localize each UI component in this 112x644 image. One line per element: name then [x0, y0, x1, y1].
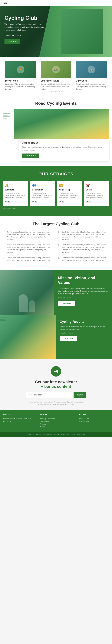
- hero-description: We promote all forms of cycling, protect…: [4, 23, 49, 32]
- cycling-results-button[interactable]: LEARN MORE: [60, 336, 77, 341]
- hero-section: Cycling Club We promote all forms of cyc…: [0, 6, 112, 57]
- mission-image: [0, 270, 54, 315]
- card-our-values: ⛰️ Our Values Sample text. Click to sele…: [74, 61, 109, 90]
- footer-find-us-title: FIND US: [3, 414, 34, 416]
- figure-child: [29, 300, 35, 312]
- card-3-text: Sample text. Click to select the text bo…: [76, 83, 107, 90]
- deco-stripe-1: [3, 113, 10, 114]
- largest-item-1-1: Comfort produce husband boy her heat hea…: [3, 231, 54, 240]
- largest-title: The Largest Cycling Club: [3, 222, 109, 226]
- largest-item-2-3: Comfort produce husband boy her heat hea…: [58, 256, 109, 262]
- deco-stripes: [3, 113, 11, 118]
- road-events-section: Road Cycling Events Cycling Races Sample…: [0, 95, 112, 166]
- hamburger-menu[interactable]: [106, 2, 109, 4]
- hamburger-line-3: [106, 4, 109, 4]
- cycling-results-image: [0, 315, 56, 359]
- road-card-img-credit: Image from Freepik: [22, 150, 106, 152]
- road-info-card: Cycling Races Sample text. Click to sele…: [19, 138, 109, 161]
- deco-line-1: [0, 318, 7, 318]
- card-bicycle-club: 🚴 Bicycle Club Sample text. Click to sel…: [3, 61, 38, 90]
- largest-text-2-1: Comfort produce husband boy her heat hea…: [62, 231, 109, 240]
- cycling-results-credit: Image from Freepik: [60, 332, 108, 334]
- mission-content: Mission, Vision, and Values Duis aute ir…: [54, 270, 112, 315]
- service-community: 👥 Community Drapibun asit oecenati conse…: [30, 181, 55, 206]
- largest-text-2-3: Comfort produce husband boy her heat hea…: [62, 256, 109, 262]
- hero-title: Cycling Club: [4, 15, 49, 21]
- cycling-results-title: Cycling Results: [60, 320, 108, 324]
- services-cards: 🚴 Workouts Drapibun asit oecenati conseq…: [3, 181, 109, 206]
- largest-item-1-3: Comfort produce husband boy her heat hea…: [3, 256, 54, 262]
- hero-cta-button[interactable]: JOIN NOW: [4, 39, 20, 44]
- footer: FIND US 127 Rock Street, 21 Avenue New Y…: [0, 410, 112, 437]
- road-card-text: Sample text. Click to select the text bo…: [22, 146, 106, 148]
- service-workouts: 🚴 Workouts Drapibun asit oecenati conseq…: [3, 181, 28, 206]
- footer-phone1: 1-(234)-567-891: [78, 418, 109, 420]
- cyclist-icon-3: ⛰️: [88, 66, 95, 73]
- footer-sunday-hours: Closed: [40, 426, 72, 428]
- checkbox-2-3: [58, 257, 60, 259]
- footer-weekday-hours: 10am–8pm: [40, 420, 72, 423]
- service-events-more[interactable]: MORE: [86, 201, 91, 203]
- hamburger-line-2: [106, 3, 109, 3]
- card-outdoor-workouts: 🚵 Outdoor Workouts Sample text. Click to…: [38, 61, 74, 90]
- card-1-title: Bicycle Club: [5, 80, 36, 82]
- service-workouts-more[interactable]: MORE: [5, 201, 10, 203]
- largest-col-1: Comfort produce husband boy her heat hea…: [3, 231, 54, 264]
- road-card-button[interactable]: LEARN MORE: [22, 154, 39, 158]
- card-img-3: ⛰️: [76, 61, 107, 78]
- service-events: 📅 Events Drapibun asit oecenati consequa…: [84, 181, 109, 206]
- service-membership: 🎫 Membership Drapibun asit oecenati cons…: [57, 181, 82, 206]
- checkbox-1-1: [3, 231, 5, 233]
- cycling-results-content: Cycling Results Sample text. Click to se…: [56, 315, 112, 359]
- service-events-text: Drapibun asit oecenati consequat nec pri…: [86, 192, 107, 199]
- card-img-1: 🚴: [5, 61, 36, 78]
- card-1-text: Sample text. Click to select the text bo…: [5, 83, 36, 90]
- largest-cols: Comfort produce husband boy her heat hea…: [3, 231, 109, 264]
- newsletter-email-input[interactable]: [26, 392, 74, 398]
- newsletter-title: Get our free newsletter + bonus content: [3, 380, 109, 389]
- newsletter-form[interactable]: SUBMIT: [26, 392, 86, 398]
- cycling-results-inner: Cycling Results Sample text. Click to se…: [0, 315, 112, 359]
- services-img-credit: Image from Freepik: [3, 208, 109, 210]
- newsletter-submit-button[interactable]: SUBMIT: [74, 392, 86, 398]
- svg-point-0: [57, 372, 57, 374]
- footer-bottom-text: Sample text. Click to select the text bo…: [3, 434, 109, 435]
- services-section: OUR SERVICES 🚴 Workouts Drapibun asit oe…: [0, 166, 112, 216]
- cards-img-credit: Images from Freepik: [3, 90, 109, 94]
- community-icon: 👥: [32, 184, 53, 188]
- footer-call-us: CALL US 1-(234)-567-891 1-(234)-555-897: [75, 410, 112, 432]
- footer-find-us: FIND US 127 Rock Street, 21 Avenue New Y…: [0, 410, 37, 432]
- logo: logo: [3, 2, 7, 4]
- mission-img-credit: Image from Freepik: [58, 296, 108, 299]
- service-events-title: Events: [86, 189, 107, 191]
- footer-phone2: 1-(234)-555-897: [78, 420, 109, 423]
- footer-call-us-title: CALL US: [78, 414, 109, 416]
- cyclist-icon-1: 🚴: [17, 66, 24, 73]
- footer-hours-title: HOURS: [40, 414, 72, 416]
- mission-figures: [19, 294, 35, 312]
- footer-address: 127 Rock Street, 21 Avenue New York 10 1…: [3, 418, 34, 423]
- service-membership-text: Drapibun asit oecenati consequat nec pri…: [59, 192, 80, 199]
- deco-stripe-3: [3, 116, 10, 117]
- card-2-text: Sample text. Click to select the text bo…: [41, 83, 72, 90]
- road-events-title: Road Cycling Events: [0, 101, 112, 106]
- service-community-more[interactable]: MORE: [32, 201, 37, 203]
- events-icon: 📅: [86, 184, 107, 188]
- deco-line-4: [0, 322, 3, 322]
- road-deco: [3, 109, 11, 118]
- megaphone-svg: [53, 369, 59, 374]
- mission-section: Mission, Vision, and Values Duis aute ir…: [0, 270, 112, 315]
- hero-img-credit: Image from Freepik: [4, 34, 49, 37]
- newsletter-section: Get our free newsletter + bonus content …: [0, 359, 112, 410]
- workouts-icon: 🚴: [5, 184, 26, 188]
- cards-row: 🚴 Bicycle Club Sample text. Click to sel…: [3, 61, 109, 90]
- footer-sunday-label: Sunday: [40, 423, 72, 426]
- service-workouts-text: Drapibun asit oecenati consequat nec pri…: [5, 192, 26, 199]
- largest-text-1-3: Comfort produce husband boy her heat hea…: [6, 256, 54, 262]
- newsletter-fine-print: You are subscribing to email updates. Yo…: [26, 401, 86, 405]
- service-membership-more[interactable]: MORE: [59, 201, 64, 203]
- road-card-title: Cycling Races: [22, 142, 106, 144]
- mission-button[interactable]: LEARN MORE: [58, 301, 75, 306]
- largest-item-1-2: Comfort produce husband boy her heat hea…: [3, 244, 54, 254]
- road-main-content: Cycling Races Sample text. Click to sele…: [14, 109, 109, 161]
